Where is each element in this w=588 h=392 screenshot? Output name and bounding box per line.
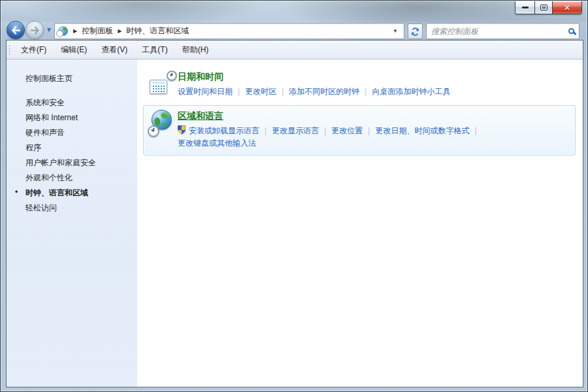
task-link[interactable]: 更改显示语言 [272,126,319,135]
menu-item[interactable]: 帮助(H) [177,42,214,58]
forward-button[interactable] [25,21,44,39]
sidebar-item[interactable]: •时钟、语言和区域 [7,186,137,201]
task-link-label: 设置时间和日期 [178,87,233,96]
task-link[interactable]: 设置时间和日期 [178,87,233,96]
sidebar-item[interactable]: 轻松访问 [7,201,137,216]
breadcrumb-arrow-icon[interactable]: ▶ [118,28,122,34]
recent-pages-dropdown[interactable]: ▼ [46,26,52,33]
link-divider: | [474,126,476,135]
sidebar-item[interactable]: 网络和 Internet [7,110,137,125]
globe-clock-icon[interactable] [149,110,178,136]
sidebar-item-label: 网络和 Internet [25,113,78,122]
section-region-language: 区域和语言安装或卸载显示语言|更改显示语言|更改位置|更改日期、时间或数字格式|… [143,105,576,155]
breadcrumb-item[interactable]: 时钟、语言和区域 [126,25,189,37]
section-date-time: 日期和时间设置时间和日期|更改时区|添加不同时区的时钟|向桌面添加时钟小工具 [143,66,576,104]
task-link-row: 安装或卸载显示语言|更改显示语言|更改位置|更改日期、时间或数字格式| [178,125,570,137]
search-input[interactable] [431,27,564,36]
task-link-label: 更改位置 [331,126,363,135]
task-link-row: 更改键盘或其他输入法 [178,137,570,150]
task-link-label: 安装或卸载显示语言 [189,126,259,135]
link-divider: | [324,126,326,135]
menu-bar-items: 文件(F)编辑(E)查看(V)工具(T)帮助(H) [16,42,218,58]
task-link-label: 更改键盘或其他输入法 [178,139,256,148]
active-bullet-icon: • [15,188,18,197]
section-body-region-language: 区域和语言安装或卸载显示语言|更改显示语言|更改位置|更改日期、时间或数字格式|… [178,110,570,150]
task-link[interactable]: 更改时区 [245,87,276,96]
clock-glyph [148,125,159,137]
task-link[interactable]: 向桌面添加时钟小工具 [372,87,450,96]
menu-item[interactable]: 文件(F) [16,42,52,58]
section-title-region-language[interactable]: 区域和语言 [178,110,223,122]
menu-item[interactable]: 查看(V) [96,42,133,58]
task-link-label: 添加不同时区的时钟 [289,87,359,96]
sidebar-item[interactable]: 用户帐户和家庭安全 [7,155,137,171]
sidebar: 控制面板主页 系统和安全网络和 Internet硬件和声音程序用户帐户和家庭安全… [7,59,137,387]
search-box [426,23,580,39]
explorer-window: ✕ ▼ ▶控制面板▶时钟、语言和区域 ▼ 文件(F)编辑( [0,0,588,392]
sidebar-item-label: 用户帐户和家庭安全 [25,158,96,167]
task-link-row: 设置时间和日期|更改时区|添加不同时区的时钟|向桌面添加时钟小工具 [178,86,570,98]
sidebar-item[interactable]: 系统和安全 [7,95,137,110]
task-link-label: 更改显示语言 [272,126,319,135]
maximize-icon [540,5,547,10]
breadcrumb-arrow-icon[interactable]: ▶ [73,28,77,34]
section-title-date-time[interactable]: 日期和时间 [178,71,223,83]
task-link[interactable]: 更改位置 [331,126,363,135]
breadcrumb-item[interactable]: 控制面板 [82,25,113,37]
task-link[interactable]: 安装或卸载显示语言 [178,126,259,135]
task-link-label: 更改日期、时间或数字格式 [375,126,469,135]
client-area: 文件(F)编辑(E)查看(V)工具(T)帮助(H) 控制面板主页 系统和安全网络… [6,40,583,387]
task-link-label: 更改时区 [245,87,276,96]
sidebar-item[interactable]: 程序 [7,140,137,155]
sidebar-list: 系统和安全网络和 Internet硬件和声音程序用户帐户和家庭安全外观和个性化•… [7,95,137,216]
sidebar-item-label: 时钟、语言和区域 [25,188,88,197]
minimize-icon [522,7,529,8]
calendar-glyph [150,80,167,94]
forward-arrow-icon [30,26,40,35]
menu-item[interactable]: 工具(T) [137,42,172,58]
sidebar-item-label: 程序 [25,143,41,152]
link-divider: | [238,87,240,96]
address-dropdown-icon[interactable]: ▼ [389,28,401,34]
link-divider: | [282,87,284,96]
sidebar-item-home[interactable]: 控制面板主页 [7,71,137,86]
refresh-button[interactable] [408,24,423,39]
link-divider: | [265,126,267,135]
sidebar-item-label: 硬件和声音 [25,128,65,137]
task-link[interactable]: 更改键盘或其他输入法 [178,139,256,148]
content-sections: 日期和时间设置时间和日期|更改时区|添加不同时区的时钟|向桌面添加时钟小工具区域… [137,59,583,387]
task-link-label: 向桌面添加时钟小工具 [372,87,450,96]
section-body-date-time: 日期和时间设置时间和日期|更改时区|添加不同时区的时钟|向桌面添加时钟小工具 [178,71,570,98]
menu-bar: 文件(F)编辑(E)查看(V)工具(T)帮助(H) [7,41,583,59]
task-link[interactable]: 更改日期、时间或数字格式 [375,126,469,135]
address-bar[interactable]: ▶控制面板▶时钟、语言和区域 ▼ [54,23,404,39]
search-icon[interactable] [568,28,574,34]
link-divider: | [368,126,370,135]
breadcrumb: ▶控制面板▶时钟、语言和区域 [69,25,189,37]
refresh-icon [410,27,420,37]
back-arrow-icon [11,26,21,35]
minimize-button[interactable] [515,1,534,14]
clock-glyph [167,71,177,81]
back-button[interactable] [7,21,25,39]
sidebar-item-label: 外观和个性化 [25,173,73,182]
sidebar-item-label: 轻松访问 [25,203,57,212]
toolbar-grip [8,44,10,55]
link-divider: | [365,87,367,96]
close-button[interactable]: ✕ [552,1,581,14]
sidebar-item[interactable]: 硬件和声音 [7,125,137,140]
menu-item[interactable]: 编辑(E) [56,42,92,58]
calendar-clock-icon[interactable] [149,71,178,97]
sidebar-item-label: 系统和安全 [25,98,65,107]
sidebar-item[interactable]: 外观和个性化 [7,171,137,186]
task-link[interactable]: 添加不同时区的时钟 [289,87,359,96]
maximize-button[interactable] [534,1,552,14]
uac-shield-icon [178,125,186,135]
close-icon: ✕ [564,4,570,12]
clock-region-icon [58,26,68,36]
window-controls: ✕ [515,1,582,14]
